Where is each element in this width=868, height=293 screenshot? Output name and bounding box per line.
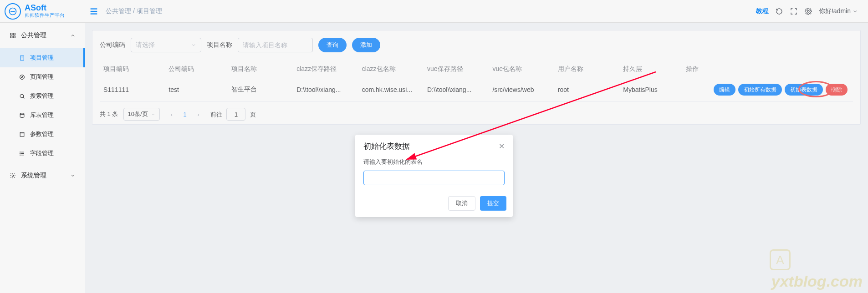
init-table-dialog: 初始化表数据 ✕ 请输入要初始化的表名 取消 提交 (355, 135, 513, 217)
cancel-button[interactable]: 取消 (448, 196, 475, 211)
dialog-hint: 请输入要初始化的表名 (363, 158, 505, 166)
close-icon[interactable]: ✕ (499, 142, 505, 151)
confirm-button[interactable]: 提交 (480, 196, 506, 211)
table-name-input[interactable] (363, 171, 505, 185)
dialog-title: 初始化表数据 (363, 141, 410, 152)
